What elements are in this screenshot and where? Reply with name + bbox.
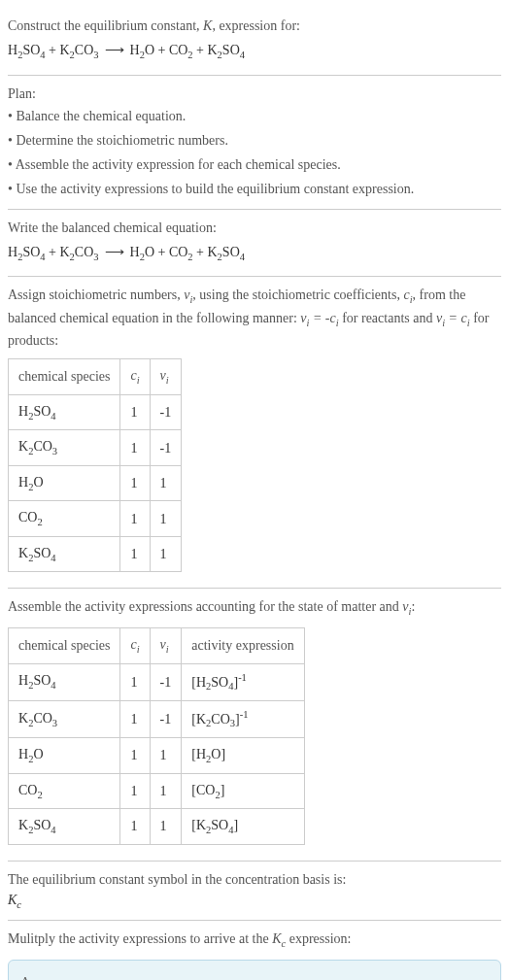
plan-item: • Use the activity expressions to build … [8,177,501,201]
plan-item: • Balance the chemical equation. [8,104,501,128]
table-header: νi [150,628,182,664]
multiply-section: Mulitply the activity expressions to arr… [8,921,501,980]
stoich-text2: , using the stoichiometric coefficients, [192,287,403,302]
k-symbol: K [203,18,212,33]
table-row: H2O 1 1 [H2O] [9,737,305,773]
table-cell: 1 [120,737,150,773]
table-cell: K2SO4 [9,536,120,572]
table-cell: 1 [150,773,182,809]
table-cell: [H2O] [182,737,304,773]
stoich-table: chemical species ci νi H2SO4 1 -1 K2CO3 … [8,358,182,572]
table-cell: -1 [150,700,182,737]
table-cell: [H2SO4]-1 [182,663,304,700]
stoich-text1: Assign stoichiometric numbers, [8,287,184,302]
intro-line1-end: , expression for: [212,18,300,33]
kc-inline: Kc [272,931,286,946]
table-cell: 1 [120,536,150,572]
table-row: CO2 1 1 [9,501,182,537]
intro-line1: Construct the equilibrium constant, [8,18,203,33]
table-row: H2SO4 1 -1 [9,394,182,430]
plan-section: Plan: • Balance the chemical equation. •… [8,76,501,210]
table-header: ci [120,359,150,395]
table-cell: H2O [9,737,120,773]
balanced-title: Write the balanced chemical equation: [8,218,501,238]
table-cell: [CO2] [182,773,304,809]
answer-label: Answer: [20,972,489,980]
balanced-section: Write the balanced chemical equation: H2… [8,210,501,278]
table-cell: H2SO4 [9,663,120,700]
table-cell: 1 [120,465,150,501]
table-header-row: chemical species ci νi activity expressi… [9,628,305,664]
multiply-text1: Mulitply the activity expressions to arr… [8,931,272,946]
plan-item: • Assemble the activity expression for e… [8,152,501,177]
table-cell: -1 [150,663,182,700]
table-cell: K2CO3 [9,430,120,466]
table-cell: H2O [9,465,120,501]
table-cell: 1 [150,465,182,501]
table-cell: 1 [120,501,150,537]
table-cell: CO2 [9,501,120,537]
table-header: νi [150,359,182,395]
table-row: K2CO3 1 -1 [K2CO3]-1 [9,700,305,737]
plan-list: • Balance the chemical equation. • Deter… [8,104,501,201]
intro-equation: H2SO4 + K2CO3⟶H2O + CO2 + K2SO4 [8,36,501,67]
activity-table: chemical species ci νi activity expressi… [8,627,305,845]
formula2: νi = ci [436,311,470,325]
table-header: ci [120,628,150,664]
stoich-section: Assign stoichiometric numbers, νi, using… [8,277,501,589]
answer-box: Answer: Kc = [H2SO4]-1 [K2CO3]-1 [H2O] [… [8,960,501,980]
table-cell: CO2 [9,773,120,809]
multiply-text2: expression: [286,931,351,946]
table-row: CO2 1 1 [CO2] [9,773,305,809]
table-header-row: chemical species ci νi [9,359,182,395]
table-cell: 1 [150,737,182,773]
table-row: H2O 1 1 [9,465,182,501]
table-header: activity expression [182,628,304,664]
symbol-section: The equilibrium constant symbol in the c… [8,862,501,922]
stoich-text4: for reactants and [339,311,436,325]
table-cell: 1 [120,394,150,430]
c-i: ci [403,287,412,302]
balanced-equation: H2SO4 + K2CO3⟶H2O + CO2 + K2SO4 [8,238,501,269]
symbol-text: The equilibrium constant symbol in the c… [8,869,501,890]
stoich-text: Assign stoichiometric numbers, νi, using… [8,285,501,351]
table-cell: 1 [120,663,150,700]
table-cell: 1 [120,700,150,737]
plan-item: • Determine the stoichiometric numbers. [8,128,501,152]
table-cell: -1 [150,430,182,466]
table-cell: 1 [150,501,182,537]
intro-section: Construct the equilibrium constant, K, e… [8,8,501,76]
intro-text: Construct the equilibrium constant, K, e… [8,16,501,36]
table-row: K2CO3 1 -1 [9,430,182,466]
kc-symbol: Kc [8,890,501,913]
table-cell: K2CO3 [9,700,120,737]
table-row: K2SO4 1 1 [9,536,182,572]
multiply-text: Mulitply the activity expressions to arr… [8,929,501,952]
table-header: chemical species [9,628,120,664]
table-cell: 1 [150,809,182,845]
table-row: K2SO4 1 1 [K2SO4] [9,809,305,845]
table-cell: -1 [150,394,182,430]
table-cell: 1 [120,773,150,809]
plan-title: Plan: [8,84,501,104]
activity-text2: : [411,599,415,614]
table-cell: [K2CO3]-1 [182,700,304,737]
table-cell: 1 [120,809,150,845]
table-cell: 1 [150,536,182,572]
table-cell: 1 [120,430,150,466]
table-cell: [K2SO4] [182,809,304,845]
table-cell: H2SO4 [9,394,120,430]
formula1: νi = -ci [300,311,338,325]
table-cell: K2SO4 [9,809,120,845]
activity-section: Assemble the activity expressions accoun… [8,589,501,861]
table-header: chemical species [9,359,120,395]
table-row: H2SO4 1 -1 [H2SO4]-1 [9,663,305,700]
activity-text1: Assemble the activity expressions accoun… [8,599,402,614]
nu-i: νi [184,287,192,302]
activity-text: Assemble the activity expressions accoun… [8,596,501,620]
